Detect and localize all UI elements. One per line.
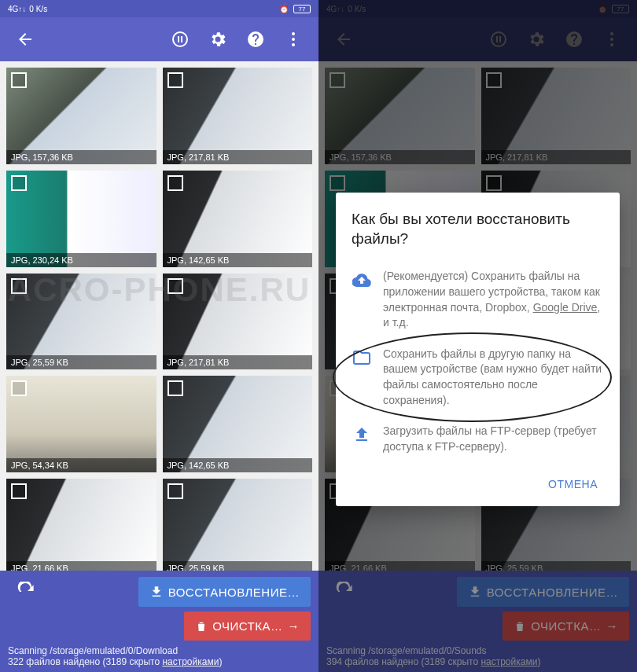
cleanup-label: ОЧИСТКА…	[212, 619, 282, 633]
network-indicator: 4G↑↓	[8, 5, 26, 13]
refresh-button[interactable]	[331, 578, 359, 606]
thumbnail-item[interactable]: JPG, 142,65 KB	[163, 171, 313, 267]
settings-button[interactable]	[202, 24, 234, 55]
svg-point-0	[292, 32, 295, 35]
status-bar: 4G↑↓0 K/s ⏰ 77	[0, 0, 318, 17]
checkbox[interactable]	[168, 483, 183, 499]
checkbox[interactable]	[11, 278, 27, 294]
thumbnail-item[interactable]: JPG, 157,36 KB	[6, 68, 156, 164]
thumbnail-item[interactable]: JPG, 217,81 KB	[163, 68, 313, 164]
arrow-icon: →	[288, 619, 300, 633]
thumbnail-item[interactable]: JPG, 21,66 KB	[6, 479, 156, 575]
bottom-panel: ВОССТАНОВЛЕНИЕ… ОЧИСТКА… → Scanning /sto…	[0, 571, 318, 672]
checkbox[interactable]	[11, 72, 27, 88]
speed-indicator: 0 K/s	[29, 5, 47, 13]
thumbnail-item[interactable]: JPG, 217,81 KB	[163, 274, 313, 370]
checkbox[interactable]	[11, 483, 27, 499]
scan-count: 322 файлов найдено (3189 скрыто настройк…	[8, 656, 311, 667]
help-button[interactable]	[240, 24, 271, 55]
svg-point-2	[292, 43, 295, 46]
option-ftp[interactable]: Загрузить файлы на FTP-сервер (требует д…	[352, 416, 604, 462]
thumbnail-item[interactable]: JPG, 25,59 KB	[163, 479, 313, 575]
option-cloud[interactable]: (Рекомендуется) Сохранить файлы на прило…	[352, 261, 604, 338]
thumbnail-label: JPG, 54,34 KB	[6, 458, 156, 472]
thumbnail-label: JPG, 230,24 KB	[6, 253, 156, 267]
thumbnail-item[interactable]: JPG, 230,24 KB	[6, 171, 156, 267]
battery-indicator: 77	[293, 5, 311, 13]
alarm-icon: ⏰	[279, 5, 289, 13]
checkbox[interactable]	[168, 72, 183, 88]
checkbox[interactable]	[168, 278, 183, 294]
thumbnail-label: JPG, 142,65 KB	[163, 458, 313, 472]
cleanup-button[interactable]: ОЧИСТКА… →	[184, 611, 311, 641]
thumbnail-label: JPG, 142,65 KB	[163, 253, 313, 267]
checkbox[interactable]	[168, 175, 183, 191]
thumbnail-grid: JPG, 157,36 KBJPG, 217,81 KBJPG, 230,24 …	[0, 61, 318, 582]
dialog-title: Как бы вы хотели восстановить файлы?	[352, 210, 604, 248]
svg-point-1	[292, 38, 295, 41]
settings-link[interactable]: настройками	[481, 656, 537, 667]
thumbnail-item[interactable]: JPG, 25,59 KB	[6, 274, 156, 370]
thumbnail-label: JPG, 217,81 KB	[163, 355, 313, 369]
cancel-button[interactable]: ОТМЕНА	[542, 470, 604, 498]
google-drive-link[interactable]: Google Drive	[533, 301, 598, 314]
checkbox[interactable]	[11, 380, 27, 396]
thumbnail-item[interactable]: JPG, 54,34 KB	[6, 376, 156, 472]
phone-left: 4G↑↓0 K/s ⏰ 77 JPG, 157,36 KBJPG, 217,81…	[0, 0, 318, 672]
upload-icon	[352, 425, 371, 444]
thumbnail-label: JPG, 25,59 KB	[6, 355, 156, 369]
restore-button[interactable]: ВОССТАНОВЛЕНИЕ…	[457, 577, 629, 607]
checkbox[interactable]	[168, 380, 183, 396]
back-button[interactable]	[9, 24, 41, 55]
scan-path: Scanning /storage/emulated/0/Download	[8, 645, 311, 656]
thumbnail-label: JPG, 217,81 KB	[163, 150, 313, 164]
bottom-panel: ВОССТАНОВЛЕНИЕ… ОЧИСТКА… → Scanning /sto…	[318, 571, 637, 672]
option-folder[interactable]: Сохранить файлы в другую папку на вашем …	[352, 339, 604, 416]
pause-button[interactable]	[164, 24, 196, 55]
thumbnail-label: JPG, 157,36 KB	[6, 150, 156, 164]
phone-right: 4G↑↓0 K/s ⏰77 JPG, 157,36 KBJPG, 217,81 …	[318, 0, 637, 672]
settings-link[interactable]: настройками	[162, 656, 219, 667]
app-bar	[0, 17, 318, 61]
refresh-button[interactable]	[13, 578, 41, 606]
checkbox[interactable]	[11, 175, 27, 191]
restore-button[interactable]: ВОССТАНОВЛЕНИЕ…	[138, 577, 311, 607]
restore-label: ВОССТАНОВЛЕНИЕ…	[168, 586, 300, 599]
cloud-upload-icon	[352, 270, 371, 289]
restore-dialog: Как бы вы хотели восстановить файлы? (Ре…	[336, 193, 620, 506]
folder-icon	[352, 348, 371, 367]
overflow-button[interactable]	[278, 24, 309, 55]
cleanup-button[interactable]: ОЧИСТКА… →	[503, 611, 629, 641]
thumbnail-item[interactable]: JPG, 142,65 KB	[163, 376, 313, 472]
